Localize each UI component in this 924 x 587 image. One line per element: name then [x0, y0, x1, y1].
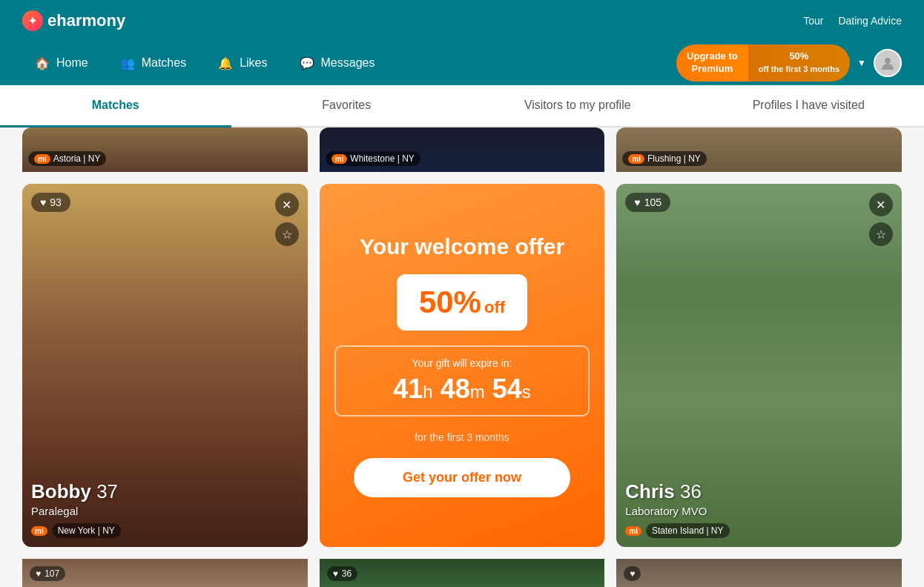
tour-link[interactable]: Tour	[803, 15, 823, 27]
main-cards-grid: ♥ 93 ✕ ☆ Bobby 37 Paralegal mi New	[22, 184, 902, 547]
profile-card-bobby[interactable]: ♥ 93 ✕ ☆ Bobby 37 Paralegal mi New	[22, 184, 308, 547]
astoria-location: Astoria | NY	[53, 153, 101, 164]
tab-matches[interactable]: Matches	[0, 85, 231, 127]
whitestone-location: Whitestone | NY	[350, 153, 414, 164]
nav-right: Upgrade toPremium 50%off the first 3 mon…	[676, 44, 902, 82]
mi-badge-chris: mi	[625, 526, 641, 536]
tabs-bar: Matches Favorites Visitors to my profile…	[0, 85, 924, 127]
chris-name: Chris 36	[625, 480, 893, 503]
offer-discount-box: 50% off	[397, 274, 527, 331]
dating-advice-link[interactable]: Dating Advice	[838, 15, 902, 27]
chris-location: mi Staten Island | NY	[625, 523, 893, 538]
partial-card-whitestone[interactable]: mi Whitestone | NY	[320, 127, 605, 172]
partial-card-flushing[interactable]: mi Flushing | NY	[616, 127, 902, 172]
svg-point-0	[885, 58, 891, 64]
main-content: mi Astoria | NY mi Whitestone | NY mi Fl…	[0, 127, 924, 587]
upgrade-right-text: 50%off the first 3 months	[748, 44, 850, 82]
matches-icon: 👥	[119, 55, 136, 71]
bottom-heart-3: ♥	[624, 566, 641, 581]
offer-title: Your welcome offer	[360, 234, 564, 259]
chris-card-top: ♥ 105 ✕ ☆	[625, 193, 893, 246]
chris-heart-count: 105	[644, 196, 661, 208]
nav-bar: 🏠 Home 👥 Matches 🔔 Likes 💬 Messages Upgr…	[0, 41, 924, 85]
nav-matches[interactable]: 👥 Matches	[108, 49, 198, 77]
heart-icon: ♥	[40, 196, 46, 208]
offer-months: for the first 3 months	[415, 431, 509, 443]
partial-card-astoria[interactable]: mi Astoria | NY	[22, 127, 308, 172]
location-badge-astoria: mi Astoria | NY	[28, 151, 106, 166]
chris-card-bottom: Chris 36 Laboratory MVO mi Staten Island…	[625, 480, 893, 538]
tab-favorites[interactable]: Favorites	[231, 85, 463, 127]
nav-home-label: Home	[56, 56, 88, 70]
bobby-heart-badge: ♥ 93	[31, 193, 70, 212]
bobby-card-top: ♥ 93 ✕ ☆	[31, 193, 299, 246]
header-links: Tour Dating Advice	[803, 15, 902, 27]
bobby-close-button[interactable]: ✕	[275, 193, 299, 216]
expire-label: Your gift will expire in:	[354, 357, 571, 369]
avatar[interactable]	[874, 49, 902, 77]
chris-close-button[interactable]: ✕	[869, 193, 893, 216]
tab-profiles-visited[interactable]: Profiles I have visited	[693, 85, 925, 127]
timer-h-unit: h	[423, 382, 432, 402]
get-offer-button[interactable]: Get your offer now	[354, 458, 571, 497]
top-partial-cards: mi Astoria | NY mi Whitestone | NY mi Fl…	[22, 127, 902, 172]
bobby-location: mi New York | NY	[31, 523, 299, 538]
timer-s-unit: s	[522, 382, 531, 402]
offer-timer: 41h 48m 54s	[354, 374, 571, 405]
mi-badge-2: mi	[331, 154, 348, 164]
logo-icon: ✦	[22, 10, 43, 31]
likes-icon: 🔔	[217, 55, 234, 71]
chris-heart-badge: ♥ 105	[625, 193, 670, 212]
bobby-name: Bobby 37	[31, 480, 299, 503]
bottom-card-3[interactable]: ♥	[616, 559, 902, 587]
chris-star-button[interactable]: ☆	[869, 222, 893, 246]
nav-home[interactable]: 🏠 Home	[22, 49, 100, 77]
nav-likes-label: Likes	[240, 56, 267, 70]
mi-badge-3: mi	[628, 154, 644, 164]
bottom-heart-2: ♥ 36	[327, 566, 357, 581]
dropdown-arrow-icon[interactable]: ▼	[857, 58, 866, 68]
bobby-star-button[interactable]: ☆	[275, 222, 299, 246]
bobby-location-text: New York | NY	[52, 523, 121, 538]
tab-visitors[interactable]: Visitors to my profile	[462, 85, 693, 127]
timer-hours: 41	[393, 374, 423, 404]
bobby-card-actions: ✕ ☆	[275, 193, 299, 246]
chris-location-text: Staten Island | NY	[646, 523, 730, 538]
chris-card-actions: ✕ ☆	[869, 193, 893, 246]
messages-icon: 💬	[299, 55, 315, 71]
mi-badge-bobby: mi	[31, 526, 47, 536]
discount-percent: 50%	[419, 285, 481, 320]
logo[interactable]: ✦ eharmony	[22, 10, 125, 31]
upgrade-left-text: Upgrade toPremium	[676, 44, 748, 82]
heart-icon-chris: ♥	[634, 196, 640, 208]
offer-card: Your welcome offer 50% off Your gift wil…	[320, 184, 605, 547]
bottom-partial-cards: ♥ 107 ♥ 36 ♥	[22, 559, 902, 587]
nav-messages-label: Messages	[321, 56, 375, 70]
bottom-card-2[interactable]: ♥ 36	[320, 559, 605, 587]
home-icon: 🏠	[34, 55, 50, 71]
bottom-card-1[interactable]: ♥ 107	[22, 559, 308, 587]
location-badge-whitestone: mi Whitestone | NY	[326, 151, 420, 166]
profile-card-chris[interactable]: ♥ 105 ✕ ☆ Chris 36 Laboratory MVO mi	[616, 184, 902, 547]
nav-matches-label: Matches	[142, 56, 186, 70]
location-badge-flushing: mi Flushing | NY	[622, 151, 706, 166]
header-top: ✦ eharmony Tour Dating Advice	[0, 0, 924, 41]
nav-messages[interactable]: 💬 Messages	[287, 49, 387, 77]
timer-m-unit: m	[470, 382, 485, 402]
bobby-card-bottom: Bobby 37 Paralegal mi New York | NY	[31, 480, 299, 538]
offer-expire-box: Your gift will expire in: 41h 48m 54s	[334, 345, 590, 417]
flushing-location: Flushing | NY	[647, 153, 701, 164]
chris-job: Laboratory MVO	[625, 505, 893, 517]
upgrade-button[interactable]: Upgrade toPremium 50%off the first 3 mon…	[676, 44, 850, 82]
bobby-job: Paralegal	[31, 505, 299, 517]
timer-seconds: 54	[492, 374, 522, 404]
nav-likes[interactable]: 🔔 Likes	[205, 49, 279, 77]
timer-minutes: 48	[440, 374, 470, 404]
site-name: eharmony	[47, 11, 125, 30]
discount-off: off	[484, 298, 505, 317]
bobby-heart-count: 93	[50, 196, 62, 208]
chris-card-content: ♥ 105 ✕ ☆ Chris 36 Laboratory MVO mi	[616, 184, 902, 547]
mi-badge: mi	[34, 154, 50, 164]
bottom-heart-1: ♥ 107	[30, 566, 65, 581]
bobby-card-content: ♥ 93 ✕ ☆ Bobby 37 Paralegal mi New	[22, 184, 308, 547]
